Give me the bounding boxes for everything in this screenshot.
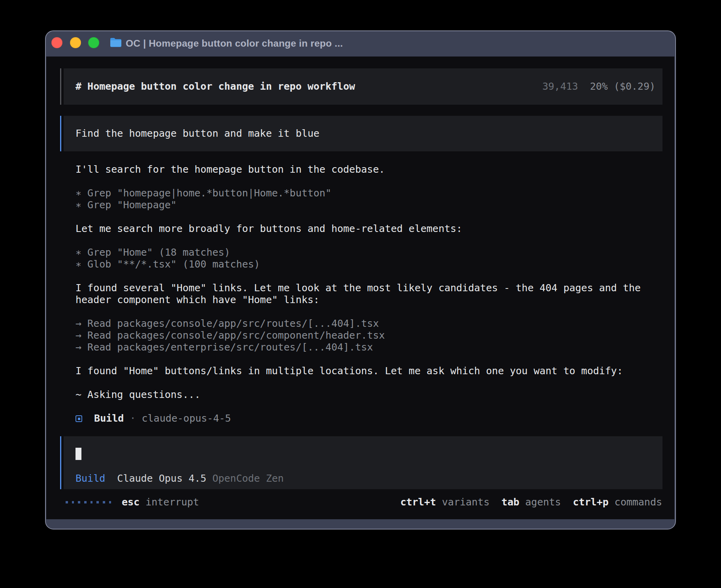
transcript-segment: ∗ Grep "Home" (18 matches) bbox=[75, 247, 230, 258]
transcript-line: → Read packages/console/app/src/routes/[… bbox=[75, 318, 641, 330]
transcript-line: Build · claude-opus-4-5 bbox=[75, 413, 641, 424]
transcript-blank-line bbox=[75, 377, 641, 389]
transcript-line: Let me search more broadly for buttons a… bbox=[75, 223, 641, 235]
activity-dot bbox=[78, 501, 80, 503]
status-bar: esc interrupt ctrl+t variants tab agents… bbox=[46, 496, 674, 508]
session-header-panel: # Homepage button color change in repo w… bbox=[64, 68, 662, 105]
model-name[interactable]: Claude Opus 4.5 bbox=[105, 473, 206, 484]
transcript-segment: Build bbox=[82, 413, 124, 424]
token-count: 39,413 bbox=[542, 81, 578, 92]
transcript-segment: · bbox=[124, 413, 142, 424]
terminal-window: OC | Homepage button color change in rep… bbox=[45, 30, 676, 530]
prompt-input-panel[interactable]: Build Claude Opus 4.5 OpenCode Zen bbox=[64, 436, 662, 489]
transcript-line: ~ Asking questions... bbox=[75, 389, 641, 401]
transcript-line: I'll search for the homepage button in t… bbox=[75, 164, 641, 175]
transcript-blank-line bbox=[75, 401, 641, 413]
transcript-segment: ∗ Grep "homepage|home.*button|Home.*butt… bbox=[75, 187, 331, 199]
text-cursor bbox=[75, 448, 81, 460]
input-meta-row: Build Claude Opus 4.5 OpenCode Zen bbox=[75, 473, 284, 484]
context-and-cost: 20% ($0.29) bbox=[578, 81, 655, 92]
transcript-line: ∗ Glob "**/*.tsx" (100 matches) bbox=[75, 258, 641, 270]
assistant-transcript: I'll search for the homepage button in t… bbox=[75, 164, 641, 424]
transcript-line: ∗ Grep "homepage|home.*button|Home.*butt… bbox=[75, 187, 641, 199]
transcript-segment: I'll search for the homepage button in t… bbox=[75, 164, 385, 175]
transcript-segment: claude-opus-4-5 bbox=[142, 413, 231, 424]
shortcut-label: variants bbox=[436, 496, 489, 508]
agent-mode-label[interactable]: Build bbox=[75, 473, 105, 484]
session-title: # Homepage button color change in repo w… bbox=[75, 81, 355, 92]
activity-dots bbox=[66, 501, 111, 503]
activity-dot bbox=[66, 501, 68, 503]
transcript-line: ∗ Grep "Home" (18 matches) bbox=[75, 247, 641, 258]
transcript-segment: header component which have "Home" links… bbox=[75, 294, 319, 305]
shortcut-key: tab bbox=[489, 496, 519, 508]
transcript-line: header component which have "Home" links… bbox=[75, 294, 641, 306]
transcript-line: I found several "Home" links. Let me loo… bbox=[75, 282, 641, 294]
transcript-blank-line bbox=[75, 211, 641, 223]
transcript-blank-line bbox=[75, 353, 641, 365]
shortcut-hints: ctrl+t variants tab agents ctrl+p comman… bbox=[400, 496, 662, 508]
transcript-segment: I found "Home" buttons/links in multiple… bbox=[75, 365, 623, 377]
shortcut-key: ctrl+p bbox=[561, 496, 608, 508]
build-agent-icon bbox=[75, 415, 82, 422]
close-button[interactable] bbox=[51, 37, 62, 48]
user-message-panel: Find the homepage button and make it blu… bbox=[64, 116, 662, 151]
activity-dot bbox=[84, 501, 87, 503]
folder-icon bbox=[110, 38, 122, 49]
transcript-segment: → Read packages/console/app/src/routes/[… bbox=[75, 318, 379, 329]
transcript-segment: ∗ Grep "Homepage" bbox=[75, 199, 177, 211]
transcript-line: → Read packages/enterprise/src/routes/[.… bbox=[75, 341, 641, 353]
transcript-segment: I found several "Home" links. Let me loo… bbox=[75, 282, 641, 294]
transcript-segment: ~ Asking questions... bbox=[75, 389, 200, 400]
transcript-blank-line bbox=[75, 235, 641, 247]
interrupt-hint: esc interrupt bbox=[122, 496, 199, 508]
user-message-text: Find the homepage button and make it blu… bbox=[75, 128, 319, 139]
transcript-line: ∗ Grep "Homepage" bbox=[75, 199, 641, 211]
minimize-button[interactable] bbox=[70, 37, 81, 48]
shortcut-label: commands bbox=[609, 496, 662, 508]
window-title: OC | Homepage button color change in rep… bbox=[126, 31, 343, 57]
titlebar: OC | Homepage button color change in rep… bbox=[46, 31, 675, 57]
shortcut-key: ctrl+t bbox=[400, 496, 436, 508]
interrupt-label: interrupt bbox=[140, 496, 199, 508]
activity-dot bbox=[109, 501, 111, 503]
transcript-segment: → Read packages/console/app/src/componen… bbox=[75, 330, 385, 341]
transcript-blank-line bbox=[75, 175, 641, 187]
terminal-content: # Homepage button color change in repo w… bbox=[46, 57, 674, 519]
session-stats: 39,413 20% ($0.29) bbox=[542, 81, 655, 92]
zoom-button[interactable] bbox=[88, 37, 99, 48]
transcript-line: → Read packages/console/app/src/componen… bbox=[75, 330, 641, 341]
activity-dot bbox=[72, 501, 74, 503]
transcript-segment: → Read packages/enterprise/src/routes/[.… bbox=[75, 341, 373, 353]
transcript-line: I found "Home" buttons/links in multiple… bbox=[75, 365, 641, 377]
transcript-blank-line bbox=[75, 306, 641, 318]
activity-dot bbox=[103, 501, 105, 503]
activity-dot bbox=[96, 501, 99, 503]
activity-dot bbox=[91, 501, 93, 503]
transcript-segment: ∗ Glob "**/*.tsx" (100 matches) bbox=[75, 258, 260, 270]
shortcut-label: agents bbox=[519, 496, 561, 508]
provider-name: OpenCode Zen bbox=[206, 473, 284, 484]
esc-key: esc bbox=[122, 496, 140, 508]
transcript-segment: Let me search more broadly for buttons a… bbox=[75, 223, 462, 234]
transcript-blank-line bbox=[75, 270, 641, 282]
